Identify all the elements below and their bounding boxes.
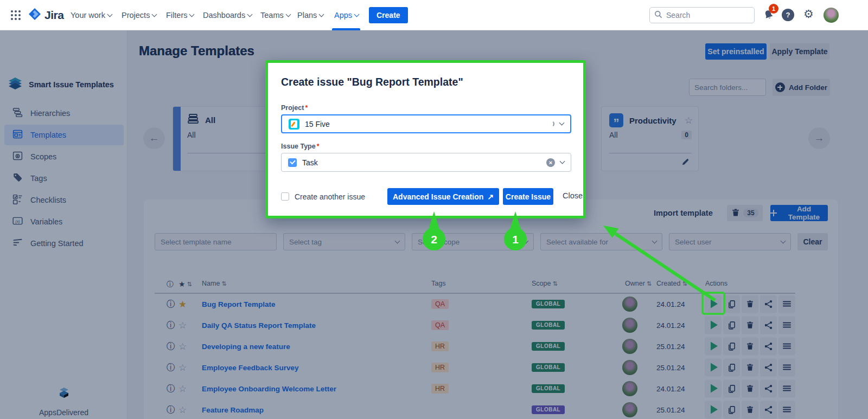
issue-type-select[interactable]: Task × — [281, 153, 571, 172]
nav-teams[interactable]: Teams — [260, 0, 290, 30]
loading-spinner-icon — [547, 120, 554, 127]
project-value: 15 Five — [305, 120, 542, 128]
close-button[interactable]: Close — [563, 191, 583, 200]
nav-apps[interactable]: Apps — [334, 0, 359, 30]
chevron-down-icon — [285, 11, 291, 17]
required-asterisk: * — [317, 143, 320, 150]
notifications-bell-icon[interactable]: 1 — [762, 9, 776, 23]
create-button[interactable]: Create — [369, 7, 408, 23]
clear-selection-icon[interactable]: × — [546, 158, 555, 167]
issue-type-value: Task — [302, 158, 541, 167]
advanced-issue-creation-button[interactable]: Advanced Issue Creation ↗ — [387, 188, 499, 205]
issue-type-field-label: Issue Type* — [281, 143, 320, 150]
jira-app: Jira Your work Projects Filters Dashboar… — [0, 0, 868, 419]
chevron-down-icon — [354, 11, 360, 17]
user-avatar[interactable] — [824, 8, 839, 23]
create-another-label: Create another issue — [295, 192, 365, 201]
nav-filters[interactable]: Filters — [166, 0, 194, 30]
search-icon — [654, 10, 662, 21]
external-link-icon: ↗ — [487, 192, 494, 201]
chevron-down-icon — [107, 11, 113, 17]
nav-your-work[interactable]: Your work — [71, 0, 112, 30]
chevron-down-icon — [319, 11, 324, 17]
nav-apps-active-indicator — [332, 28, 360, 30]
chevron-down-icon — [152, 11, 157, 17]
modal-title: Create issue "Bug Report Template" — [281, 76, 463, 88]
app-switcher-icon[interactable] — [10, 9, 22, 21]
nav-projects[interactable]: Projects — [122, 0, 156, 30]
create-issue-modal: Create issue "Bug Report Template" Proje… — [265, 60, 586, 218]
create-another-checkbox[interactable] — [281, 192, 289, 201]
required-asterisk: * — [305, 104, 308, 112]
jira-logo-text: Jira — [44, 9, 63, 22]
project-avatar-icon — [289, 119, 299, 130]
project-select[interactable]: 15 Five — [281, 114, 571, 133]
search-input[interactable] — [666, 11, 742, 20]
nav-dashboards[interactable]: Dashboards — [203, 0, 252, 30]
settings-gear-icon[interactable]: ⚙ — [803, 8, 814, 21]
modal-footer: Create another issue Advanced Issue Crea… — [281, 188, 571, 205]
chevron-down-icon — [559, 120, 565, 126]
nav-plans[interactable]: Plans — [297, 0, 323, 30]
jira-logo[interactable]: Jira — [28, 8, 63, 23]
chevron-down-icon — [560, 159, 565, 164]
project-field-label: Project* — [281, 104, 308, 112]
create-issue-button[interactable]: Create Issue — [503, 188, 553, 205]
chevron-down-icon — [247, 11, 253, 17]
jira-logo-icon — [28, 8, 41, 23]
help-icon[interactable]: ? — [782, 9, 794, 21]
top-navigation: Jira Your work Projects Filters Dashboar… — [0, 0, 868, 30]
task-type-icon — [288, 158, 297, 167]
notification-badge: 1 — [769, 4, 778, 14]
global-search[interactable] — [649, 7, 755, 23]
chevron-down-icon — [189, 11, 195, 17]
